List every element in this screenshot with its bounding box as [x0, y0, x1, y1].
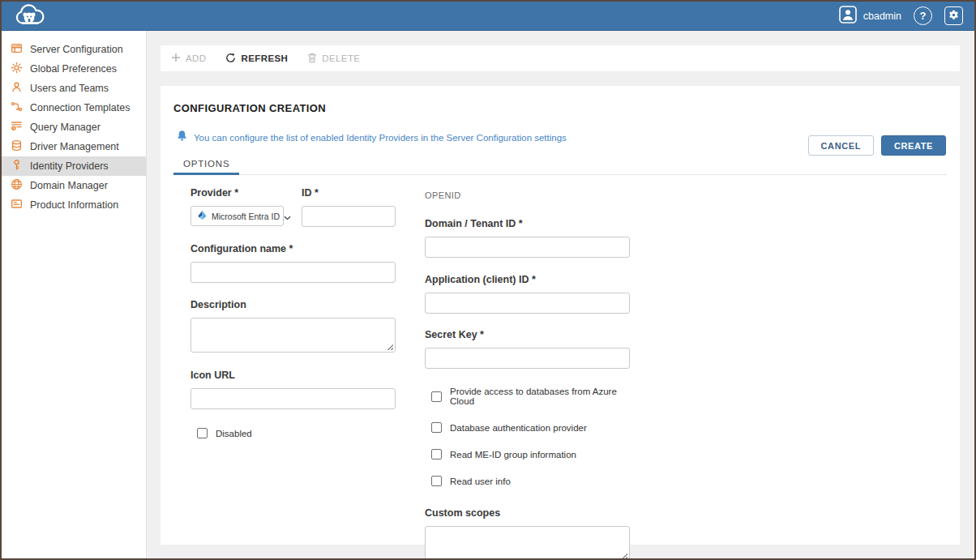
read-user-info-checkbox-row[interactable]: Read user info: [431, 476, 630, 486]
application-client-id-input[interactable]: [425, 293, 630, 314]
refresh-icon: [225, 53, 236, 65]
sidebar-item-label: Server Configuration: [30, 44, 123, 55]
read-user-info-checkbox[interactable]: [431, 476, 442, 486]
sidebar-item-label: Query Manager: [30, 122, 101, 133]
sidebar-item-query-manager[interactable]: Query Manager: [2, 118, 146, 137]
info-card-icon: [11, 198, 23, 212]
refresh-button[interactable]: REFRESH: [225, 53, 288, 65]
app-window: cbadmin ? Server Configuration: [0, 0, 976, 560]
icon-url-label: Icon URL: [190, 370, 396, 381]
sidebar-item-users-and-teams[interactable]: Users and Teams: [2, 79, 146, 98]
items-toolbar: ADD REFRESH DELETE: [161, 45, 960, 71]
provider-select[interactable]: Microsoft Entra ID: [190, 206, 284, 226]
info-message-text: You can configure the list of enabled Id…: [194, 133, 567, 143]
disabled-checkbox[interactable]: [197, 428, 208, 438]
gear-icon: [948, 10, 959, 23]
form-right-column: OPENID Domain / Tenant ID * Application …: [425, 187, 630, 560]
user-menu[interactable]: cbadmin: [839, 6, 901, 26]
disabled-checkbox-row[interactable]: Disabled: [197, 428, 396, 438]
secret-key-input[interactable]: [425, 348, 630, 369]
sidebar-item-connection-templates[interactable]: Connection Templates: [2, 98, 146, 118]
database-auth-provider-checkbox-row[interactable]: Database authentication provider: [431, 422, 630, 433]
sidebar-item-driver-management[interactable]: Driver Management: [2, 137, 146, 156]
settings-button[interactable]: [944, 6, 963, 25]
trash-icon: [307, 53, 317, 65]
connection-icon: [11, 100, 23, 115]
openid-options: Provide access to databases from Azure C…: [425, 387, 630, 486]
tab-bar: OPTIONS: [173, 154, 947, 175]
disabled-checkbox-label: Disabled: [216, 429, 252, 438]
username: cbadmin: [863, 11, 901, 22]
sidebar-item-label: Product Information: [30, 199, 118, 211]
help-button[interactable]: ?: [914, 6, 932, 25]
read-meid-group-checkbox-row[interactable]: Read ME-ID group information: [431, 449, 630, 460]
sidebar-item-domain-manager[interactable]: Domain Manager: [2, 176, 146, 195]
sidebar-item-global-preferences[interactable]: Global Preferences: [2, 59, 146, 79]
configuration-form: Provider * Microsoft Entra ID: [173, 175, 947, 560]
question-icon: ?: [920, 10, 927, 22]
sidebar-item-label: Driver Management: [30, 141, 119, 152]
microsoft-entra-id-icon: [197, 209, 208, 224]
database-auth-provider-checkbox[interactable]: [431, 422, 442, 433]
description-label: Description: [190, 299, 396, 310]
domain-tenant-id-input[interactable]: [425, 237, 630, 258]
cancel-button[interactable]: CANCEL: [808, 135, 874, 156]
configuration-name-input[interactable]: [190, 262, 396, 283]
application-client-id-label: Application (client) ID *: [425, 274, 630, 285]
secret-key-label: Secret Key *: [425, 329, 630, 340]
azure-cloud-access-checkbox-row[interactable]: Provide access to databases from Azure C…: [431, 387, 630, 406]
users-icon: [11, 81, 23, 96]
plus-icon: [171, 53, 181, 64]
sidebar-item-server-configuration[interactable]: Server Configuration: [2, 40, 146, 59]
cloudbeaver-logo-icon[interactable]: [14, 3, 46, 29]
sidebar-item-label: Connection Templates: [30, 102, 130, 113]
add-button[interactable]: ADD: [171, 53, 206, 64]
custom-scopes-textarea[interactable]: [425, 526, 630, 560]
sidebar-item-label: Identity Providers: [30, 160, 109, 172]
chevron-down-icon: [284, 209, 291, 224]
openid-group-heading: OPENID: [425, 190, 630, 200]
configuration-name-label: Configuration name *: [190, 243, 396, 254]
domain-tenant-id-label: Domain / Tenant ID *: [425, 218, 630, 229]
preferences-gear-icon: [11, 62, 23, 76]
admin-sidebar: Server Configuration Global Preferences …: [2, 31, 147, 558]
configuration-creation-panel: CONFIGURATION CREATION You can configure…: [161, 86, 960, 545]
description-textarea[interactable]: [190, 318, 396, 353]
panel-title: CONFIGURATION CREATION: [173, 102, 947, 114]
key-icon: [11, 159, 23, 173]
sidebar-item-label: Domain Manager: [30, 180, 108, 191]
delete-button[interactable]: DELETE: [307, 53, 360, 65]
panel-actions: CANCEL CREATE: [808, 135, 946, 156]
azure-cloud-access-checkbox[interactable]: [431, 391, 442, 402]
create-button[interactable]: CREATE: [881, 135, 946, 156]
id-label: ID *: [302, 187, 396, 199]
form-left-column: Provider * Microsoft Entra ID: [190, 187, 396, 560]
sidebar-item-identity-providers[interactable]: Identity Providers: [2, 156, 146, 176]
tab-options[interactable]: OPTIONS: [173, 154, 239, 175]
topbar-actions: cbadmin ?: [839, 6, 963, 26]
sidebar-item-label: Global Preferences: [30, 63, 117, 75]
sidebar-item-label: Users and Teams: [30, 83, 109, 94]
icon-url-input[interactable]: [190, 388, 396, 409]
read-meid-group-checkbox[interactable]: [431, 449, 442, 460]
top-bar: cbadmin ?: [2, 2, 974, 31]
bell-icon: [176, 130, 188, 145]
main-content: ADD REFRESH DELETE CONFIGURATION CREATIO…: [147, 31, 974, 558]
globe-icon: [11, 178, 23, 193]
database-icon: [11, 139, 23, 154]
provider-selected-value: Microsoft Entra ID: [212, 212, 280, 221]
query-log-icon: [11, 120, 23, 135]
sidebar-item-product-information[interactable]: Product Information: [2, 195, 146, 215]
id-input[interactable]: [302, 206, 396, 227]
custom-scopes-label: Custom scopes: [425, 507, 630, 519]
provider-label: Provider *: [190, 187, 284, 199]
server-icon: [11, 42, 23, 57]
user-icon: [839, 6, 857, 26]
